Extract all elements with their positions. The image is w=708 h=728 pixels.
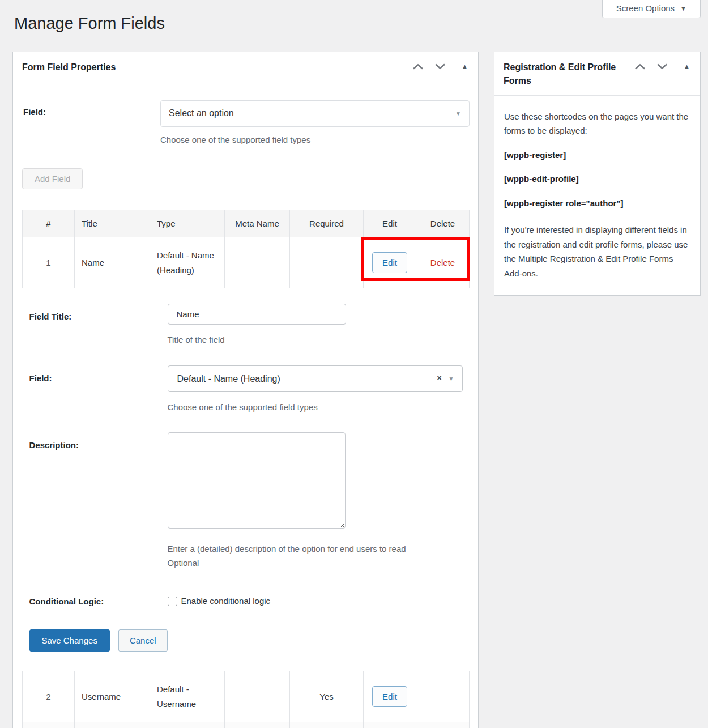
conditional-logic-label: Conditional Logic: [29, 589, 168, 609]
collapse-triangle-icon: ▲ [684, 63, 690, 70]
table-row: 1 Name Default - Name (Heading) Edit Del… [23, 237, 470, 288]
field-title-form-row: Field Title: Title of the field [23, 304, 470, 347]
table-row: 2 Username Default - Username Yes Edit [23, 671, 470, 722]
table-header-row: # Title Type Meta Name Required Edit Del… [23, 210, 470, 237]
row-number: 1 [23, 237, 75, 288]
description-control: Enter a (detailed) description of the op… [168, 432, 470, 571]
form-buttons-row: Save Changes Cancel [23, 629, 470, 652]
collapse-panel-button[interactable]: ▲ [683, 63, 691, 70]
field-select[interactable]: Default - Name (Heading) × ▼ [168, 365, 463, 392]
field-title-hint: Title of the field [168, 333, 470, 347]
field-title-label: Field Title: [29, 304, 168, 347]
field-title-input[interactable] [168, 304, 346, 325]
save-changes-button[interactable]: Save Changes [29, 629, 110, 652]
field-type-cell: Default - Contact Info (Heading) [150, 722, 225, 728]
field-type-control: Select an option ▼ Choose one of the sup… [160, 100, 470, 144]
conditional-logic-row: Conditional Logic: Enable conditional lo… [23, 589, 470, 609]
move-up-button[interactable] [411, 63, 425, 70]
field-select-control: Default - Name (Heading) × ▼ Choose one … [168, 365, 470, 415]
field-type-hint: Choose one of the supported field types [160, 135, 470, 144]
field-select-form-row: Field: Default - Name (Heading) × ▼ Cho [23, 365, 470, 415]
meta-name-cell [225, 722, 290, 728]
required-cell: Yes [290, 671, 364, 722]
panel-handle-actions: ▲ [411, 61, 469, 70]
description-form-row: Description: Enter a (detailed) descript… [23, 432, 470, 571]
field-type-row: Field: Select an option ▼ Choose one of … [22, 100, 469, 144]
move-up-button[interactable] [633, 63, 647, 70]
panel-title: Registration & Edit Profile Forms [504, 61, 633, 88]
conditional-logic-checkbox[interactable] [168, 597, 177, 606]
field-title-cell: Username [75, 671, 150, 722]
add-field-button[interactable]: Add Field [22, 168, 83, 189]
panel-header: Registration & Edit Profile Forms ▲ [494, 52, 700, 96]
panel-header: Form Field Properties ▲ [13, 52, 478, 82]
field-select-label: Field: [29, 365, 168, 415]
shortcodes-intro-text: Use these shortcodes on the pages you wa… [504, 109, 690, 138]
column-header-title: Title [75, 210, 150, 237]
move-down-button[interactable] [655, 63, 669, 70]
screen-options-label: Screen Options [616, 3, 675, 13]
field-title-cell: Contact Info [75, 722, 150, 728]
fields-table: # Title Type Meta Name Required Edit Del… [22, 210, 470, 728]
description-label: Description: [29, 432, 168, 571]
column-header-required: Required [290, 210, 364, 237]
form-field-properties-panel: Form Field Properties ▲ [12, 52, 479, 728]
meta-name-cell [225, 237, 290, 288]
required-cell [290, 237, 364, 288]
field-type-cell: Default - Name (Heading) [150, 237, 225, 288]
caret-down-icon: ▼ [449, 374, 454, 384]
content-columns: Form Field Properties ▲ [12, 52, 701, 728]
required-cell [290, 722, 364, 728]
description-textarea[interactable] [168, 432, 346, 529]
field-select-hint: Choose one of the supported field types [168, 400, 470, 415]
panel-body: Field: Select an option ▼ Choose one of … [13, 82, 478, 728]
screen-options-button[interactable]: Screen Options ▼ [602, 0, 701, 18]
column-header-number: # [23, 210, 75, 237]
conditional-logic-checkbox-label: Enable conditional logic [181, 594, 271, 608]
description-hint-line2: Optional [168, 556, 451, 571]
sidebar-body: Use these shortcodes on the pages you wa… [494, 96, 700, 296]
meta-name-cell [225, 671, 290, 722]
table-row: 3 Contact Info Default - Contact Info (H… [23, 722, 470, 728]
shortcode-text: [wppb-register] [504, 148, 690, 163]
description-hint-line1: Enter a (detailed) description of the op… [168, 542, 451, 556]
field-type-cell: Default - Username [150, 671, 225, 722]
caret-down-icon: ▼ [680, 5, 686, 12]
shortcode-text: [wppb-register role="author"] [504, 196, 690, 211]
field-type-select[interactable]: Select an option ▼ [160, 100, 470, 127]
delete-link[interactable]: Delete [430, 258, 455, 267]
fields-table-wrap: # Title Type Meta Name Required Edit Del… [22, 210, 469, 728]
registration-forms-panel: Registration & Edit Profile Forms ▲ [494, 52, 701, 296]
row-number: 3 [23, 722, 75, 728]
chevron-down-icon [434, 63, 446, 72]
inline-edit-row: Field Title: Title of the field Field: [23, 288, 470, 671]
addons-note-text: If you're interested in displaying diffe… [504, 223, 690, 280]
collapse-triangle-icon: ▲ [462, 63, 468, 70]
edit-button[interactable]: Edit [372, 252, 407, 273]
column-header-type: Type [150, 210, 225, 237]
delete-cell [416, 671, 470, 722]
collapse-panel-button[interactable]: ▲ [460, 63, 469, 70]
field-select-value: Default - Name (Heading) [177, 371, 437, 386]
panel-title: Form Field Properties [22, 61, 411, 74]
row-number: 2 [23, 671, 75, 722]
cancel-button[interactable]: Cancel [118, 629, 168, 652]
edit-button[interactable]: Edit [372, 686, 407, 707]
field-type-select-value: Select an option [169, 108, 455, 118]
column-header-meta-name: Meta Name [225, 210, 290, 237]
panel-handle-actions: ▲ [633, 61, 691, 70]
caret-down-icon: ▼ [455, 110, 461, 117]
field-type-label: Field: [22, 100, 160, 144]
move-down-button[interactable] [433, 63, 447, 70]
field-title-control: Title of the field [168, 304, 470, 347]
shortcode-text: [wppb-edit-profile] [504, 172, 690, 186]
chevron-up-icon [412, 63, 424, 72]
conditional-logic-control: Enable conditional logic [168, 589, 470, 609]
column-header-delete: Delete [416, 210, 470, 237]
field-title-cell: Name [75, 237, 150, 288]
chevron-up-icon [634, 63, 646, 72]
description-hint: Enter a (detailed) description of the op… [168, 542, 451, 571]
clear-selection-icon[interactable]: × [437, 372, 441, 385]
edit-form: Field Title: Title of the field Field: [23, 288, 470, 671]
chevron-down-icon [656, 63, 668, 72]
